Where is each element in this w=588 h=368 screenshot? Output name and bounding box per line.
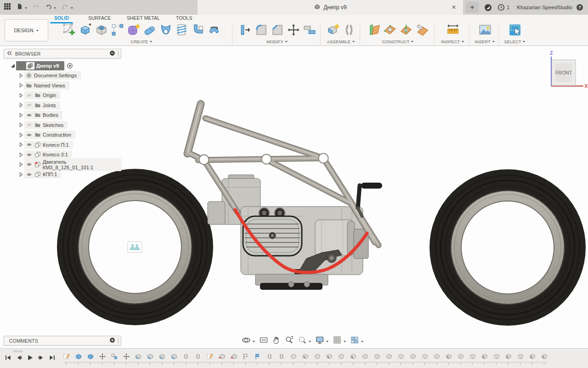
construct-tangent-button[interactable] xyxy=(415,23,430,39)
ribbon-tab-solid[interactable]: SOLID xyxy=(54,15,69,22)
timeline-feature-sketch[interactable] xyxy=(206,353,214,365)
step-back-button[interactable] xyxy=(16,354,23,363)
press-pull-button[interactable] xyxy=(238,23,253,39)
timeline-feature-move[interactable] xyxy=(98,353,106,365)
timeline-feature-body[interactable] xyxy=(385,353,393,365)
look-at-button[interactable] xyxy=(259,335,268,346)
new-tab-button[interactable]: + xyxy=(466,2,479,13)
browser-panel-header[interactable]: BROWSER xyxy=(4,49,121,58)
cylinder-button[interactable] xyxy=(142,23,157,39)
timeline-feature-sketch[interactable] xyxy=(62,353,70,365)
comments-panel-header[interactable]: COMMENTS xyxy=(4,336,121,345)
timeline-feature-body[interactable] xyxy=(433,353,441,365)
measure-button[interactable] xyxy=(446,23,460,39)
timeline-feature-body-shaded[interactable] xyxy=(504,353,512,365)
visibility-eye-icon[interactable] xyxy=(26,161,33,167)
fit-button[interactable] xyxy=(298,335,311,346)
pan-button[interactable] xyxy=(272,335,281,346)
expand-arrow-icon[interactable] xyxy=(17,172,24,178)
timeline-feature-body[interactable] xyxy=(469,353,476,365)
browser-item[interactable]: Bodies xyxy=(24,111,62,119)
job-status-icon[interactable] xyxy=(484,4,492,12)
browser-item[interactable]: КПП:1 xyxy=(24,170,61,178)
ribbon-tab-surface[interactable]: SURFACE xyxy=(88,15,111,22)
construct-axis-button[interactable] xyxy=(399,23,413,39)
visibility-eye-icon[interactable] xyxy=(26,112,33,118)
browser-item[interactable]: Sketches xyxy=(24,121,68,129)
display-filter-icon[interactable] xyxy=(109,50,115,57)
canvas-marker[interactable] xyxy=(128,242,142,253)
notifications-icon[interactable] xyxy=(498,4,505,11)
help-icon[interactable]: ? xyxy=(576,4,583,11)
insert-canvas-button[interactable] xyxy=(478,23,492,39)
step-forward-button[interactable] xyxy=(38,354,45,363)
timeline-feature-body[interactable] xyxy=(313,353,321,365)
rear-wheel[interactable] xyxy=(430,169,586,326)
timeline-feature-body-shaded[interactable] xyxy=(540,353,548,365)
timeline-feature-extrude[interactable] xyxy=(86,353,94,365)
expand-arrow-icon[interactable] xyxy=(17,92,24,98)
expand-arrow-icon[interactable] xyxy=(17,73,24,79)
close-tab-button[interactable]: × xyxy=(449,2,458,13)
expand-arrow-icon[interactable] xyxy=(17,82,24,88)
timeline-feature-joint-origin[interactable] xyxy=(110,353,118,365)
expand-arrow-icon[interactable] xyxy=(17,132,24,138)
create-form-button[interactable] xyxy=(126,23,141,39)
viewcube-face-label[interactable]: FRONT xyxy=(555,70,572,75)
browser-item[interactable]: Двигатель КМ3_8_125_01_101:1 xyxy=(24,158,121,171)
timeline-feature-body[interactable] xyxy=(289,353,297,365)
timeline-feature-joint[interactable] xyxy=(277,353,285,365)
ribbon-group-label[interactable]: CREATE xyxy=(131,39,148,44)
ribbon-group-label[interactable]: ASSEMBLE xyxy=(327,39,351,44)
timeline-feature-joint[interactable] xyxy=(182,353,190,365)
timeline-feature-body[interactable] xyxy=(373,353,381,365)
timeline-feature-cut[interactable] xyxy=(230,353,237,365)
visibility-eye-icon[interactable] xyxy=(26,142,33,148)
panel-grip[interactable] xyxy=(118,338,119,344)
chamfer-button[interactable] xyxy=(270,23,285,39)
timeline-grip[interactable] xyxy=(13,350,23,352)
joint-button[interactable] xyxy=(342,23,356,39)
ribbon-group-label[interactable]: SELECT xyxy=(504,39,521,44)
timeline-feature-body-shaded[interactable] xyxy=(528,353,536,365)
hole-button[interactable] xyxy=(94,23,109,39)
expand-arrow-icon[interactable] xyxy=(17,142,24,148)
visibility-hidden-icon[interactable] xyxy=(26,92,33,98)
boundary-fill-button[interactable] xyxy=(191,23,205,39)
viewcube[interactable]: FRONT Z X xyxy=(547,51,588,91)
ribbon-group-label[interactable]: INSERT xyxy=(475,39,491,44)
extrude-button[interactable] xyxy=(78,23,93,39)
viewports-button[interactable] xyxy=(350,335,364,346)
browser-item[interactable]: Construction xyxy=(24,131,75,139)
ribbon-group-label[interactable]: MODIFY xyxy=(266,39,283,44)
document-tab[interactable]: Днепр v9 × xyxy=(198,0,463,15)
orbit-button[interactable] xyxy=(242,335,255,346)
timeline-feature-body[interactable] xyxy=(492,353,500,365)
browser-item[interactable]: Колесо П:1 xyxy=(24,141,73,149)
timeline-feature-component[interactable] xyxy=(146,353,154,365)
timeline-feature-body[interactable] xyxy=(397,353,405,365)
pattern-button[interactable] xyxy=(110,23,125,39)
browser-item[interactable]: Named Views xyxy=(24,81,69,90)
revolve-button[interactable] xyxy=(207,23,221,39)
timeline-feature-body[interactable] xyxy=(516,353,524,365)
fillet-button[interactable] xyxy=(254,23,269,39)
ribbon-tab-tools[interactable]: TOOLS xyxy=(176,15,192,22)
redo-button[interactable] xyxy=(62,3,74,12)
ribbon-group-label[interactable]: CONSTRUCT xyxy=(382,39,410,44)
timeline-feature-body-shaded[interactable] xyxy=(301,353,309,365)
select-button[interactable] xyxy=(508,23,522,39)
expand-arrow-icon[interactable] xyxy=(17,112,24,118)
timeline-feature-move[interactable] xyxy=(122,353,130,365)
timeline-feature-body[interactable] xyxy=(457,353,464,365)
construct-midplane-button[interactable] xyxy=(383,23,397,39)
expand-arrow-icon[interactable] xyxy=(17,122,24,128)
create-sketch-button[interactable] xyxy=(62,23,77,39)
user-account-button[interactable]: Khazarian SpeedStudio xyxy=(517,5,572,10)
timeline-feature-joint[interactable] xyxy=(266,353,273,365)
timeline-feature-body[interactable] xyxy=(361,353,369,365)
visibility-eye-icon[interactable] xyxy=(26,172,33,178)
visibility-hidden-icon[interactable] xyxy=(26,102,33,108)
grid-settings-button[interactable] xyxy=(333,335,346,346)
timeline-feature-body-shaded[interactable] xyxy=(481,353,488,365)
